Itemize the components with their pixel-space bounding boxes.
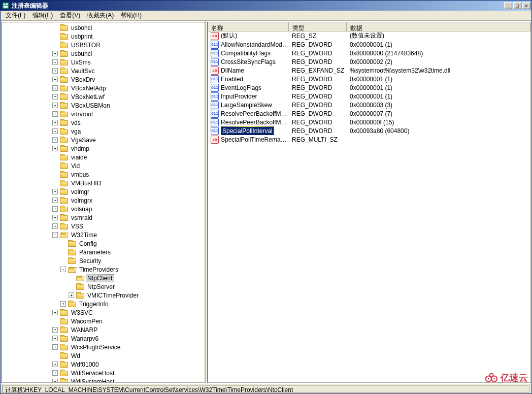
tree-item-volsnap[interactable]: +volsnap bbox=[2, 205, 205, 213]
expand-icon[interactable]: + bbox=[52, 370, 58, 376]
close-button[interactable]: ✕ bbox=[522, 2, 530, 9]
value-row[interactable]: 011ResolvePeerBackoffM…REG_DWORD0x000000… bbox=[208, 118, 530, 126]
tree-item-ntpclient[interactable]: NtpClient bbox=[2, 274, 205, 282]
expand-icon[interactable]: + bbox=[52, 120, 58, 125]
tree-item-wacompen[interactable]: WacomPen bbox=[2, 317, 205, 325]
tree-item-uxsms[interactable]: +UxSms bbox=[2, 58, 205, 67]
value-row[interactable]: ab(默认)REG_SZ(数值未设置) bbox=[208, 31, 530, 40]
tree-item-vss[interactable]: +VSS bbox=[2, 222, 205, 231]
folder-icon bbox=[60, 223, 68, 230]
folder-icon bbox=[60, 145, 68, 152]
tree-item-wcspluginservice[interactable]: +WcsPlugInService bbox=[2, 343, 205, 351]
value-row[interactable]: 011EventLogFlagsREG_DWORD0x00000001 (1) bbox=[208, 83, 530, 92]
expand-icon[interactable]: + bbox=[52, 215, 58, 220]
expand-icon[interactable]: + bbox=[52, 137, 58, 143]
expand-icon[interactable]: + bbox=[52, 94, 58, 100]
tree-item-wdiservicehost[interactable]: +WdiServiceHost bbox=[2, 369, 205, 377]
value-row[interactable]: 011AllowNonstandardMod…REG_DWORD0x000000… bbox=[208, 40, 530, 49]
tree-item-vboxnetlwf[interactable]: +VBoxNetLwf bbox=[2, 92, 205, 101]
tree-item-volmgr[interactable]: +volmgr bbox=[2, 187, 205, 196]
titlebar[interactable]: 注册表编辑器 _ □ ✕ bbox=[1, 1, 531, 11]
tree-item-timeproviders[interactable]: -TimeProviders bbox=[2, 265, 205, 274]
expand-icon[interactable]: + bbox=[52, 223, 58, 229]
tree-item-vmictimeprovider[interactable]: +VMICTimeProvider bbox=[2, 291, 205, 300]
tree-item-wdisystemhost[interactable]: +WdiSystemHost bbox=[2, 377, 205, 383]
maximize-button[interactable]: □ bbox=[513, 2, 521, 9]
tree-item-vsmraid[interactable]: +vsmraid bbox=[2, 213, 205, 222]
expand-icon[interactable]: + bbox=[52, 146, 58, 151]
expand-icon[interactable]: + bbox=[52, 128, 58, 134]
tree-item-vboxdrv[interactable]: +VBoxDrv bbox=[2, 75, 205, 84]
expand-icon[interactable]: + bbox=[52, 189, 58, 194]
tree-item-usbprint[interactable]: usbprint bbox=[2, 32, 205, 41]
value-row[interactable]: 011LargeSampleSkewREG_DWORD0x00000003 (3… bbox=[208, 101, 530, 109]
tree-item-vboxusbmon[interactable]: +VBoxUSBMon bbox=[2, 101, 205, 110]
expand-icon[interactable]: + bbox=[52, 111, 58, 117]
tree-item-vaultsvc[interactable]: +VaultSvc bbox=[2, 67, 205, 75]
expand-icon[interactable]: + bbox=[52, 206, 58, 212]
expand-icon[interactable]: + bbox=[52, 379, 58, 383]
tree-item-viaide[interactable]: viaide bbox=[2, 153, 205, 161]
value-row[interactable]: 011SpecialPollIntervalREG_DWORD0x00093a8… bbox=[208, 126, 530, 135]
tree-item-wd[interactable]: Wd bbox=[2, 351, 205, 360]
tree-item-vgasave[interactable]: +VgaSave bbox=[2, 136, 205, 144]
tree-item-vga[interactable]: +vga bbox=[2, 127, 205, 136]
tree-item-volmgrx[interactable]: +volmgrx bbox=[2, 196, 205, 205]
tree-item-w32time[interactable]: -W32Time bbox=[2, 231, 205, 239]
tree-item-security[interactable]: Security bbox=[2, 256, 205, 265]
tree-item-vmbus[interactable]: vmbus bbox=[2, 170, 205, 179]
tree-item-config[interactable]: Config bbox=[2, 239, 205, 248]
tree-item-w3svc[interactable]: +W3SVC bbox=[2, 308, 205, 317]
values-list[interactable]: ab(默认)REG_SZ(数值未设置)011AllowNonstandardMo… bbox=[208, 31, 530, 382]
tree-item-wanarpv6[interactable]: +Wanarpv6 bbox=[2, 334, 205, 343]
expand-icon[interactable]: + bbox=[52, 198, 58, 203]
tree-item-vboxnetadp[interactable]: +VBoxNetAdp bbox=[2, 84, 205, 92]
expand-icon[interactable]: + bbox=[52, 336, 58, 341]
value-row[interactable]: abDllNameREG_EXPAND_SZ%systemroot%\syste… bbox=[208, 66, 530, 75]
value-row[interactable]: 011CompatibilityFlagsREG_DWORD0x80000000… bbox=[208, 49, 530, 57]
tree-item-usbuhci[interactable]: +usbuhci bbox=[2, 49, 205, 58]
expand-icon[interactable]: + bbox=[52, 85, 58, 91]
tree-item-wanarp[interactable]: +WANARP bbox=[2, 325, 205, 334]
expand-icon[interactable]: + bbox=[52, 310, 58, 315]
menu-edit[interactable]: 编辑(E) bbox=[29, 10, 56, 21]
tree-item-vhdmp[interactable]: +vhdmp bbox=[2, 144, 205, 153]
expand-icon[interactable]: + bbox=[52, 362, 58, 367]
tree-label: volmgr bbox=[70, 188, 91, 196]
menu-help[interactable]: 帮助(H) bbox=[118, 10, 145, 21]
menu-favorites[interactable]: 收藏夹(A) bbox=[84, 10, 117, 21]
expand-icon[interactable]: + bbox=[52, 59, 58, 65]
collapse-icon[interactable]: - bbox=[60, 267, 66, 272]
value-row[interactable]: 011CrossSiteSyncFlagsREG_DWORD0x00000002… bbox=[208, 57, 530, 66]
expand-icon[interactable]: + bbox=[52, 77, 58, 82]
tree-item-ntpserver[interactable]: NtpServer bbox=[2, 282, 205, 291]
tree-item-parameters[interactable]: Parameters bbox=[2, 248, 205, 256]
value-row[interactable]: 011InputProviderREG_DWORD0x00000001 (1) bbox=[208, 92, 530, 101]
expand-icon[interactable]: + bbox=[52, 344, 58, 350]
col-header-type[interactable]: 类型 bbox=[289, 22, 347, 31]
tree-item-vdrvroot[interactable]: +vdrvroot bbox=[2, 110, 205, 118]
tree-item-vid[interactable]: Vid bbox=[2, 161, 205, 170]
expand-icon[interactable]: + bbox=[52, 51, 58, 56]
value-row[interactable]: 011ResolvePeerBackoffM…REG_DWORD0x000000… bbox=[208, 109, 530, 118]
col-header-data[interactable]: 数据 bbox=[347, 22, 530, 31]
expand-icon[interactable]: + bbox=[52, 68, 58, 74]
col-header-name[interactable]: 名称 bbox=[208, 22, 289, 31]
value-row[interactable]: 011EnabledREG_DWORD0x00000001 (1) bbox=[208, 75, 530, 83]
collapse-icon[interactable]: - bbox=[52, 232, 58, 238]
expand-icon[interactable]: + bbox=[52, 327, 58, 333]
menu-view[interactable]: 查看(V) bbox=[57, 10, 83, 21]
minimize-button[interactable]: _ bbox=[504, 2, 512, 9]
tree-item-usbohci[interactable]: usbohci bbox=[2, 23, 205, 32]
value-row[interactable]: abSpecialPollTimeRema…REG_MULTI_SZ bbox=[208, 135, 530, 144]
tree-item-vmbushid[interactable]: VMBusHID bbox=[2, 179, 205, 187]
tree-item-triggerinfo[interactable]: +TriggerInfo bbox=[2, 300, 205, 308]
menu-file[interactable]: 文件(F) bbox=[3, 10, 28, 21]
tree-item-wdf01000[interactable]: +Wdf01000 bbox=[2, 360, 205, 369]
expand-icon[interactable]: + bbox=[60, 301, 66, 307]
expand-icon[interactable]: + bbox=[52, 103, 58, 108]
tree-item-vds[interactable]: +vds bbox=[2, 118, 205, 127]
tree-item-usbstor[interactable]: USBSTOR bbox=[2, 41, 205, 49]
tree-pane[interactable]: usbohciusbprintUSBSTOR+usbuhci+UxSms+Vau… bbox=[1, 22, 205, 383]
expand-icon[interactable]: + bbox=[69, 292, 74, 298]
